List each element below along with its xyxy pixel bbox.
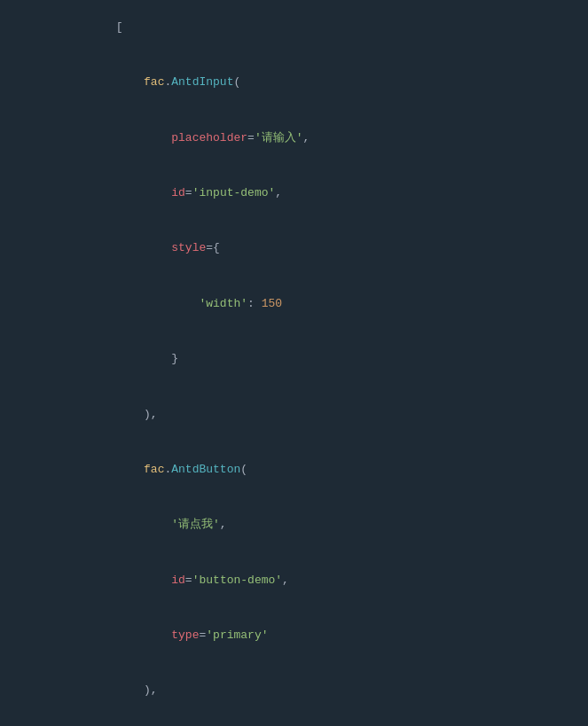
code-editor: [ fac.AntdInput( placeholder='请输入', id='… [0,0,588,726]
code-line: id='input-demo', [0,166,588,221]
code-line: fac.AntdInput( [0,55,588,110]
code-line: ), [0,387,588,442]
code-line: fac.AntdText(id='button-demo-output') [0,719,588,726]
code-line: type='primary' [0,608,588,663]
code-line: '请点我', [0,498,588,553]
code-line: } [0,332,588,386]
code-line: [ [0,0,588,55]
code-line: fac.AntdButton( [0,442,588,497]
code-line: 'width': 150 [0,277,588,332]
code-line: id='button-demo', [0,553,588,608]
code-line: style={ [0,222,588,277]
code-line: placeholder='请输入', [0,111,588,166]
code-line: ), [0,664,588,719]
